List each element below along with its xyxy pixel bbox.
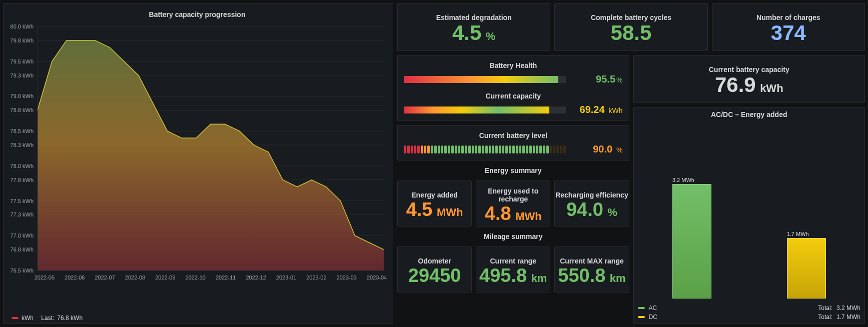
legend-last-value: 76.8 kWh — [57, 314, 83, 322]
svg-text:78.3 kWh: 78.3 kWh — [11, 142, 34, 148]
recharge-efficiency-panel[interactable]: Recharging efficiency 94.0 % — [554, 180, 629, 226]
svg-text:79.8 kWh: 79.8 kWh — [11, 38, 34, 44]
svg-text:79.5 kWh: 79.5 kWh — [11, 58, 34, 64]
svg-text:77.3 kWh: 77.3 kWh — [11, 212, 34, 218]
acdc-energy-panel[interactable]: AC/DC – Energy added 3.2 MWh 1.7 MWh — [633, 107, 865, 324]
number-of-charges-panel[interactable]: Number of charges 374 — [712, 3, 865, 51]
gauge-value: 90.0 % — [573, 144, 623, 155]
svg-text:2022-11: 2022-11 — [216, 274, 236, 280]
energy-used-panel[interactable]: Energy used to recharge 4.8 MWh — [476, 180, 550, 226]
panel-title: Battery capacity progression — [6, 8, 389, 20]
svg-text:76.5 kWh: 76.5 kWh — [11, 268, 34, 274]
stat-value: 76.9 kWh — [715, 74, 783, 96]
section-title-mileage: Mileage summary — [397, 230, 629, 242]
svg-text:77.5 kWh: 77.5 kWh — [11, 198, 34, 204]
legend-swatch-dc — [638, 316, 645, 318]
svg-text:2023-03: 2023-03 — [337, 274, 357, 280]
bar-dc — [787, 238, 826, 298]
svg-text:78.8 kWh: 78.8 kWh — [11, 107, 34, 113]
odometer-panel[interactable]: Odometer 29450 — [397, 246, 472, 292]
stat-value: 550.8 km — [558, 266, 625, 285]
svg-text:2022-06: 2022-06 — [65, 274, 85, 280]
battery-health-panel[interactable]: Battery Health 95.5% Current capacity — [397, 55, 629, 121]
max-range-panel[interactable]: Current MAX range 550.8 km — [554, 246, 629, 292]
panel-title: Battery Health — [404, 58, 623, 70]
current-range-panel[interactable]: Current range 495.8 km — [476, 246, 550, 292]
svg-text:2022-10: 2022-10 — [186, 274, 206, 280]
gauge-bar — [404, 76, 566, 83]
estimated-degradation-panel[interactable]: Estimated degradation 4.5 % — [397, 3, 550, 51]
segmented-gauge — [404, 146, 566, 154]
svg-text:79.0 kWh: 79.0 kWh — [11, 93, 34, 99]
legend-series: kWh — [22, 314, 34, 322]
legend-last-label: Last: — [41, 314, 54, 322]
svg-text:2023-02: 2023-02 — [306, 274, 326, 280]
gauge-value: 69.24 kWh — [573, 104, 623, 116]
stat-value: 58.5 — [611, 22, 652, 44]
svg-text:78.5 kWh: 78.5 kWh — [11, 128, 34, 134]
svg-text:78.0 kWh: 78.0 kWh — [11, 163, 34, 169]
stat-value: 94.0 % — [566, 200, 617, 219]
panel-title: Recharging efficiency — [555, 188, 628, 200]
svg-text:2022-12: 2022-12 — [246, 274, 266, 280]
acdc-chart[interactable]: 3.2 MWh 1.7 MWh — [634, 120, 865, 302]
battery-level-panel[interactable]: Current battery level 90.0 % — [397, 125, 629, 160]
legend-swatch — [12, 317, 19, 319]
svg-text:2022-05: 2022-05 — [35, 274, 55, 280]
stat-value: 29450 — [408, 266, 461, 285]
svg-text:76.8 kWh: 76.8 kWh — [11, 246, 34, 252]
panel-title: Odometer — [398, 254, 471, 266]
bar-label-dc: 1.7 MWh — [787, 231, 809, 237]
panel-title: Current range — [476, 254, 550, 266]
stat-value: 4.8 MWh — [485, 204, 542, 223]
section-title-energy: Energy summary — [397, 164, 629, 176]
panel-title: Energy used to recharge — [476, 184, 550, 204]
svg-text:2022-07: 2022-07 — [95, 274, 115, 280]
panel-title: Current battery level — [404, 128, 623, 140]
svg-text:2022-08: 2022-08 — [125, 274, 145, 280]
gauge-value: 95.5% — [573, 74, 623, 85]
svg-text:2023-04: 2023-04 — [367, 274, 387, 280]
stat-value: 4.5 MWh — [406, 200, 463, 219]
chart-legend: kWh Last: 76.8 kWh — [12, 314, 83, 322]
svg-text:79.3 kWh: 79.3 kWh — [11, 72, 34, 78]
svg-text:80.0 kWh: 80.0 kWh — [11, 24, 34, 30]
current-battery-capacity-panel[interactable]: Current battery capacity 76.9 kWh — [633, 55, 865, 103]
panel-title: Current capacity — [404, 89, 623, 101]
capacity-chart[interactable]: 76.5 kWh76.8 kWh77.0 kWh77.3 kWh77.5 kWh… — [6, 20, 389, 320]
gauge-bar — [404, 106, 566, 114]
bar-ac — [672, 184, 711, 298]
svg-text:2022-09: 2022-09 — [155, 274, 175, 280]
legend-swatch-ac — [638, 307, 645, 309]
svg-text:77.0 kWh: 77.0 kWh — [11, 232, 34, 238]
panel-title: Current MAX range — [555, 254, 628, 266]
panel-title: AC/DC – Energy added — [634, 108, 865, 120]
panel-title: Energy added — [398, 188, 471, 200]
stat-value: 4.5 % — [452, 22, 495, 44]
battery-cycles-panel[interactable]: Complete battery cycles 58.5 — [554, 3, 707, 51]
svg-text:2023-01: 2023-01 — [276, 274, 296, 280]
svg-text:77.8 kWh: 77.8 kWh — [11, 177, 34, 183]
acdc-legend: AC Total: 3.2 MWh DC Total: 1.7 MWh — [634, 302, 865, 324]
bar-label-ac: 3.2 MWh — [672, 177, 694, 183]
stat-value: 374 — [771, 22, 806, 44]
battery-capacity-progression-panel[interactable]: Battery capacity progression 76.5 kWh76.… — [3, 3, 393, 324]
energy-added-panel[interactable]: Energy added 4.5 MWh — [397, 180, 472, 226]
stat-value: 495.8 km — [479, 266, 547, 285]
